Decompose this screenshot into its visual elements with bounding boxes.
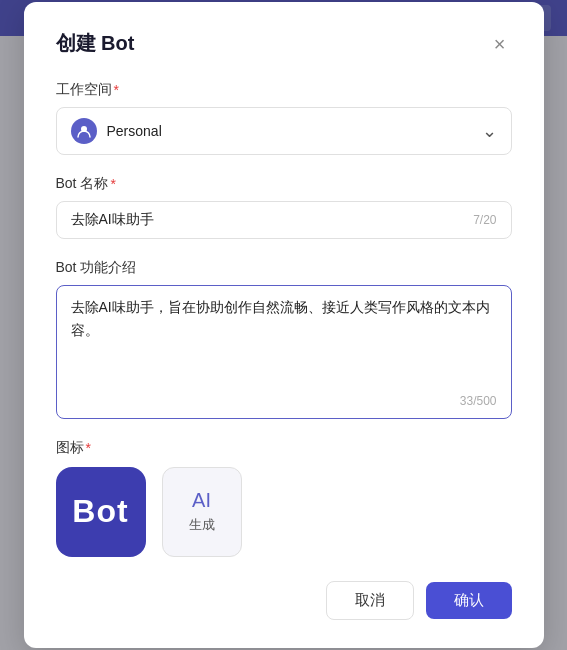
close-icon: × (494, 34, 506, 54)
icon-preview[interactable]: Bot (56, 467, 146, 557)
bot-name-required-star: * (110, 176, 115, 192)
bot-name-input-wrapper: 7/20 (56, 201, 512, 239)
icon-preview-text: Bot (72, 493, 128, 530)
bot-name-char-count: 7/20 (473, 213, 496, 227)
workspace-field-group: 工作空间 * Personal ⌄ (56, 81, 512, 155)
cancel-button[interactable]: 取消 (326, 581, 414, 620)
icon-required-star: * (86, 440, 91, 456)
close-button[interactable]: × (488, 32, 512, 56)
confirm-button[interactable]: 确认 (426, 582, 512, 619)
workspace-left: Personal (71, 118, 162, 144)
generate-label: 生成 (189, 516, 215, 534)
bot-name-input[interactable] (71, 212, 474, 228)
chevron-down-icon: ⌄ (482, 120, 497, 142)
ai-icon: AI (192, 489, 211, 512)
workspace-label: 工作空间 * (56, 81, 512, 99)
create-bot-modal: 创建 Bot × 工作空间 * Personal (24, 2, 544, 648)
workspace-required-star: * (114, 82, 119, 98)
icon-label: 图标 * (56, 439, 512, 457)
modal-overlay: 创建 Bot × 工作空间 * Personal (0, 0, 567, 650)
icon-generate-button[interactable]: AI 生成 (162, 467, 242, 557)
workspace-avatar-icon (71, 118, 97, 144)
modal-header: 创建 Bot × (56, 30, 512, 57)
bot-desc-label: Bot 功能介绍 (56, 259, 512, 277)
bot-desc-textarea[interactable] (71, 296, 497, 386)
icon-field-group: 图标 * Bot AI 生成 (56, 439, 512, 557)
bot-desc-char-count: 33/500 (71, 394, 497, 408)
bot-desc-textarea-wrapper: 33/500 (56, 285, 512, 419)
modal-title: 创建 Bot (56, 30, 135, 57)
bot-name-label: Bot 名称 * (56, 175, 512, 193)
workspace-select[interactable]: Personal ⌄ (56, 107, 512, 155)
bot-name-field-group: Bot 名称 * 7/20 (56, 175, 512, 239)
modal-footer: 取消 确认 (56, 581, 512, 620)
bot-desc-field-group: Bot 功能介绍 33/500 (56, 259, 512, 419)
workspace-value: Personal (107, 123, 162, 139)
icon-options: Bot AI 生成 (56, 467, 512, 557)
